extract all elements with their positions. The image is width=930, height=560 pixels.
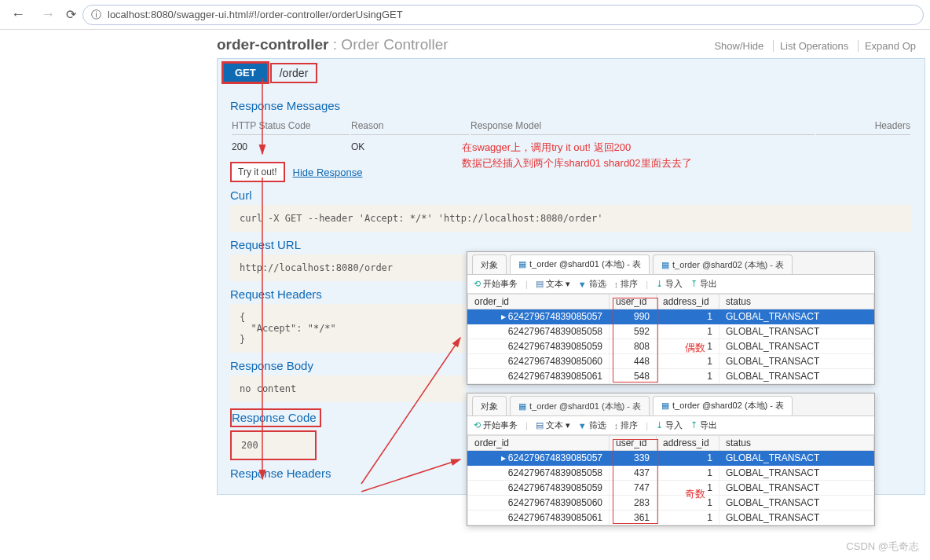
db-grid-shard02[interactable]: order_id user_id address_id status ▸ 624…: [467, 435, 874, 495]
controller-ops: Show/Hide List Operations Expand Op: [708, 40, 922, 52]
table-row[interactable]: 6242796748390850615481GLOBAL_TRANSACT: [468, 369, 874, 384]
table-row[interactable]: 6242796748390850584371GLOBAL_TRANSACT: [468, 466, 874, 481]
section-request-url: Request URL: [230, 238, 912, 251]
db-tab-shard02[interactable]: ▦t_order @shard02 (本地) - 表: [653, 396, 793, 415]
col-user-id: user_id: [610, 295, 657, 309]
table-icon: ▦: [518, 401, 526, 412]
curl-box: curl -X GET --header 'Accept: */*' 'http…: [230, 205, 912, 232]
col-order-id: order_id: [468, 295, 610, 309]
operation-header[interactable]: GET /order: [218, 59, 925, 86]
browser-toolbar: ← → ⟳ ⓘ localhost:8080/swagger-ui.html#!…: [0, 0, 930, 30]
db-tab-shard01[interactable]: ▦t_order @shard01 (本地) - 表: [510, 396, 650, 415]
controller-sub: : Order Controller: [333, 36, 449, 53]
op-showhide[interactable]: Show/Hide: [708, 40, 770, 52]
table-row[interactable]: ▸ 6242796748390850573391GLOBAL_TRANSACT: [468, 451, 874, 466]
back-button[interactable]: ←: [6, 6, 30, 23]
db-tab-object[interactable]: 对象: [472, 396, 507, 415]
op-list[interactable]: List Operations: [773, 40, 855, 52]
info-icon: ⓘ: [91, 8, 101, 22]
col-status: status: [719, 436, 874, 451]
table-icon: ▦: [518, 259, 526, 269]
reason-value: OK: [351, 137, 469, 157]
request-headers-box: { "Accept": "*/*" }: [230, 304, 466, 353]
col-reason: Reason: [351, 117, 469, 135]
even-label: 偶数: [685, 341, 705, 355]
try-it-out-button[interactable]: Try it out!: [230, 162, 285, 182]
response-code-box: 200: [230, 430, 317, 460]
response-body-box: no content: [230, 375, 466, 402]
db-grid-shard01[interactable]: order_id user_id address_id status ▸ 624…: [467, 294, 874, 384]
tb-begin-transaction[interactable]: ⟲开始事务: [474, 419, 518, 431]
tb-import[interactable]: ⤓导入: [656, 278, 683, 290]
odd-label: 奇数: [685, 487, 705, 495]
request-url-box: http://localhost:8080/order: [230, 254, 466, 281]
db-panel-shard02: 对象 ▦t_order @shard01 (本地) - 表 ▦t_order @…: [467, 393, 875, 495]
forward-button[interactable]: →: [36, 6, 60, 23]
table-row[interactable]: 6242796748390850585921GLOBAL_TRANSACT: [468, 324, 874, 339]
col-model: Response Model: [470, 117, 815, 135]
section-response-code: Response Code: [230, 408, 321, 427]
url-text: localhost:8080/swagger-ui.html#!/order-c…: [108, 9, 403, 20]
db-tab-shard02[interactable]: ▦t_order @shard02 (本地) - 表: [653, 254, 793, 274]
tb-export[interactable]: ⤒导出: [690, 278, 717, 290]
tb-begin-transaction[interactable]: ⟲开始事务: [474, 278, 518, 290]
controller-header: order-controller : Order Controller Show…: [217, 30, 930, 58]
tb-sort[interactable]: ↕排序: [614, 278, 639, 290]
annotation-text: 在swagger上，调用try it out! 返回200 数据已经插入到两个库…: [462, 140, 692, 170]
controller-name[interactable]: order-controller: [217, 36, 329, 53]
tb-export[interactable]: ⤒导出: [690, 419, 717, 431]
hide-response-link[interactable]: Hide Response: [293, 167, 363, 178]
db-toolbar: ⟲开始事务 | ▤文本 ▾ ▼筛选 ↕排序 | ⤓导入 ⤒导出: [467, 275, 874, 294]
method-badge: GET: [222, 62, 269, 83]
reload-button[interactable]: ⟳: [66, 7, 76, 22]
table-row[interactable]: 6242796748390850598081GLOBAL_TRANSACT: [468, 339, 874, 354]
table-icon: ▦: [661, 401, 669, 411]
tb-text[interactable]: ▤文本 ▾: [536, 419, 570, 431]
tb-text[interactable]: ▤文本 ▾: [536, 278, 570, 290]
operation-path: /order: [270, 63, 318, 83]
tb-import[interactable]: ⤓导入: [656, 419, 683, 431]
table-row[interactable]: ▸ 6242796748390850579901GLOBAL_TRANSACT: [468, 309, 874, 324]
tb-filter[interactable]: ▼筛选: [578, 278, 606, 290]
col-headers: Headers: [816, 117, 910, 135]
col-status-code: HTTP Status Code: [232, 117, 350, 135]
col-order-id: order_id: [468, 436, 610, 451]
tb-filter[interactable]: ▼筛选: [578, 419, 606, 431]
table-row[interactable]: 6242796748390850604481GLOBAL_TRANSACT: [468, 354, 874, 369]
table-icon: ▦: [661, 260, 669, 270]
section-response-messages: Response Messages: [230, 99, 912, 112]
db-toolbar: ⟲开始事务 | ▤文本 ▾ ▼筛选 ↕排序 | ⤓导入 ⤒导出: [467, 416, 874, 435]
op-expand[interactable]: Expand Op: [858, 40, 922, 52]
db-panel-shard01: 对象 ▦t_order @shard01 (本地) - 表 ▦t_order @…: [467, 251, 875, 385]
col-address-id: address_id: [657, 295, 719, 309]
col-user-id: user_id: [610, 436, 657, 451]
col-address-id: address_id: [657, 436, 719, 451]
table-row[interactable]: 6242796748390850597471GLOBAL_TRANSACT: [468, 481, 874, 496]
url-bar[interactable]: ⓘ localhost:8080/swagger-ui.html#!/order…: [82, 5, 924, 25]
tb-sort[interactable]: ↕排序: [614, 419, 639, 431]
db-tab-object[interactable]: 对象: [472, 254, 507, 274]
db-tab-shard01[interactable]: ▦t_order @shard01 (本地) - 表: [510, 254, 650, 274]
status-code-value: 200: [232, 137, 350, 157]
col-status: status: [719, 295, 874, 309]
section-curl: Curl: [230, 188, 912, 202]
